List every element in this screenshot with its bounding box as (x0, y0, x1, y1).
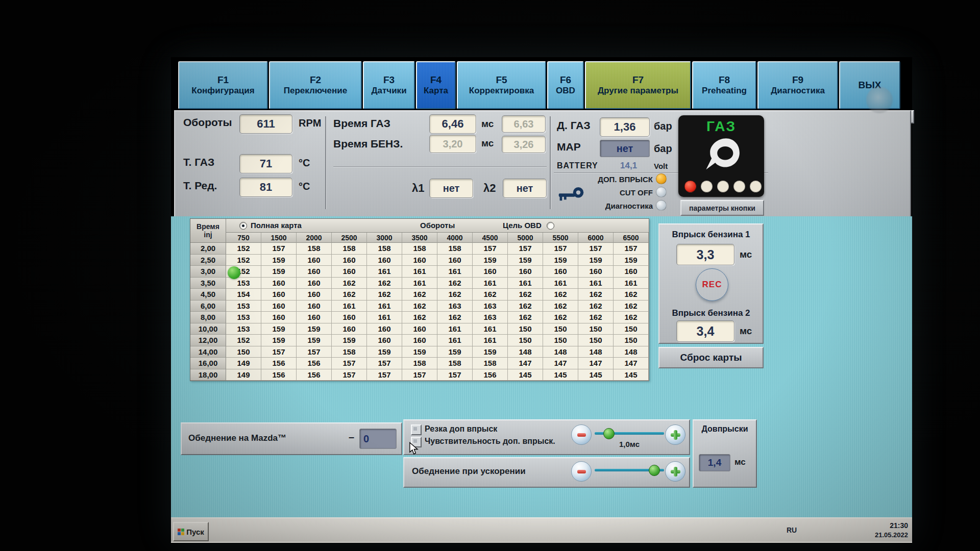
map-cell[interactable]: 159 (261, 335, 297, 346)
tab-F1[interactable]: F1Конфигурация (178, 61, 268, 109)
map-cell[interactable]: 157 (332, 369, 367, 381)
map-cell[interactable]: 161 (578, 278, 614, 289)
map-cell[interactable]: 157 (614, 243, 649, 255)
map-cell[interactable]: 161 (367, 312, 402, 323)
tab-F2[interactable]: F2Переключение (269, 61, 362, 109)
map-cell[interactable]: 150 (578, 323, 614, 335)
map-cell[interactable]: 162 (578, 300, 614, 312)
map-cell[interactable]: 149 (226, 358, 261, 369)
map-cell[interactable]: 161 (473, 335, 508, 346)
map-cell[interactable]: 161 (332, 300, 367, 312)
map-cell[interactable]: 148 (614, 346, 649, 358)
map-cell[interactable]: 160 (297, 266, 332, 278)
sensitivity-slider-knob[interactable] (603, 428, 615, 439)
map-cell[interactable]: 160 (367, 323, 402, 335)
map-cell[interactable]: 150 (614, 335, 649, 346)
map-cell[interactable]: 162 (367, 289, 402, 300)
map-cell[interactable]: 158 (402, 243, 437, 255)
map-cell[interactable]: 160 (614, 266, 649, 278)
map-cell[interactable]: 150 (543, 335, 578, 346)
map-cell[interactable]: 160 (297, 312, 332, 323)
map-cell[interactable]: 162 (543, 312, 578, 323)
map-cell[interactable]: 162 (578, 289, 614, 300)
mazda-lean-value[interactable]: 0 (359, 429, 397, 449)
map-cell[interactable]: 160 (261, 278, 297, 289)
tab-F7[interactable]: F7Другие параметры (585, 61, 691, 109)
reset-map-button[interactable]: Сброс карты (658, 347, 764, 368)
map-cell[interactable]: 152 (226, 255, 261, 266)
map-cell[interactable]: 147 (508, 358, 543, 369)
map-cell[interactable]: 162 (614, 312, 649, 323)
tab-F9[interactable]: F9Диагностика (757, 61, 838, 109)
map-cell[interactable]: 160 (508, 266, 543, 278)
map-cell[interactable]: 159 (578, 255, 614, 266)
map-cell[interactable]: 157 (367, 369, 402, 381)
start-button[interactable]: Пуск (173, 522, 209, 541)
map-cell[interactable]: 160 (437, 255, 473, 266)
map-cell[interactable]: 158 (437, 243, 473, 255)
map-cell[interactable]: 161 (473, 323, 508, 335)
map-cell[interactable]: 159 (297, 335, 332, 346)
map-cell[interactable]: 158 (437, 358, 473, 369)
map-cell[interactable]: 162 (437, 312, 473, 323)
map-cell[interactable]: 160 (297, 255, 332, 266)
map-cell[interactable]: 145 (578, 369, 614, 381)
full-map-radio[interactable] (239, 222, 247, 230)
map-cell[interactable]: 157 (578, 243, 614, 255)
map-cell[interactable]: 162 (437, 289, 473, 300)
map-cell[interactable]: 161 (543, 278, 578, 289)
map-cell[interactable]: 160 (332, 255, 367, 266)
petrol2-value[interactable]: 3,4 (676, 320, 734, 342)
language-indicator[interactable]: RU (787, 526, 797, 534)
map-cell[interactable]: 160 (543, 266, 578, 278)
map-cell[interactable]: 162 (402, 312, 437, 323)
map-cell[interactable]: 161 (508, 278, 543, 289)
map-cell[interactable]: 150 (226, 346, 261, 358)
map-cell[interactable]: 160 (261, 289, 297, 300)
map-cell[interactable]: 162 (614, 289, 649, 300)
tab-F3[interactable]: F3Датчики (363, 61, 415, 109)
map-cell[interactable]: 160 (578, 266, 614, 278)
map-cell[interactable]: 148 (508, 346, 543, 358)
map-cell[interactable]: 150 (578, 335, 614, 346)
map-cell[interactable]: 150 (543, 323, 578, 335)
map-cell[interactable]: 159 (508, 255, 543, 266)
map-cell[interactable]: 158 (332, 346, 367, 358)
map-cell[interactable]: 162 (543, 289, 578, 300)
map-cell[interactable]: 162 (402, 289, 437, 300)
map-cell[interactable]: 161 (614, 278, 649, 289)
map-cell[interactable]: 157 (437, 369, 473, 381)
map-cell[interactable]: 162 (367, 278, 402, 289)
map-cell[interactable]: 152 (226, 243, 261, 255)
map-cell[interactable]: 158 (367, 243, 402, 255)
button-parameters-button[interactable]: параметры кнопки (680, 200, 764, 216)
map-cell[interactable]: 147 (614, 358, 649, 369)
map-cell[interactable]: 153 (226, 300, 261, 312)
map-cell[interactable]: 148 (578, 346, 614, 358)
map-cell[interactable]: 161 (473, 278, 508, 289)
map-cell[interactable]: 156 (297, 358, 332, 369)
map-cell[interactable]: 162 (332, 278, 367, 289)
map-cell[interactable]: 161 (367, 300, 402, 312)
map-cell[interactable]: 145 (508, 369, 543, 381)
sensitivity-plus-button[interactable] (665, 424, 685, 445)
map-cell[interactable]: 162 (508, 312, 543, 323)
map-cell[interactable]: 163 (473, 312, 508, 323)
map-cell[interactable]: 158 (473, 358, 508, 369)
map-cell[interactable]: 157 (261, 243, 297, 255)
map-cell[interactable]: 161 (402, 266, 437, 278)
map-cell[interactable]: 156 (297, 369, 332, 381)
map-cell[interactable]: 162 (614, 300, 649, 312)
map-cell[interactable]: 159 (437, 346, 473, 358)
map-cell[interactable]: 161 (402, 278, 437, 289)
map-cell[interactable]: 159 (332, 335, 367, 346)
accel-slider-knob[interactable] (649, 465, 660, 476)
map-cell[interactable]: 161 (437, 335, 473, 346)
map-cell[interactable]: 162 (578, 312, 614, 323)
map-cell[interactable]: 156 (473, 369, 508, 381)
map-cell[interactable]: 150 (508, 323, 543, 335)
map-cell[interactable]: 154 (226, 289, 261, 300)
map-cell[interactable]: 157 (473, 243, 508, 255)
map-cell[interactable]: 159 (297, 323, 332, 335)
map-cell[interactable]: 159 (261, 255, 297, 266)
